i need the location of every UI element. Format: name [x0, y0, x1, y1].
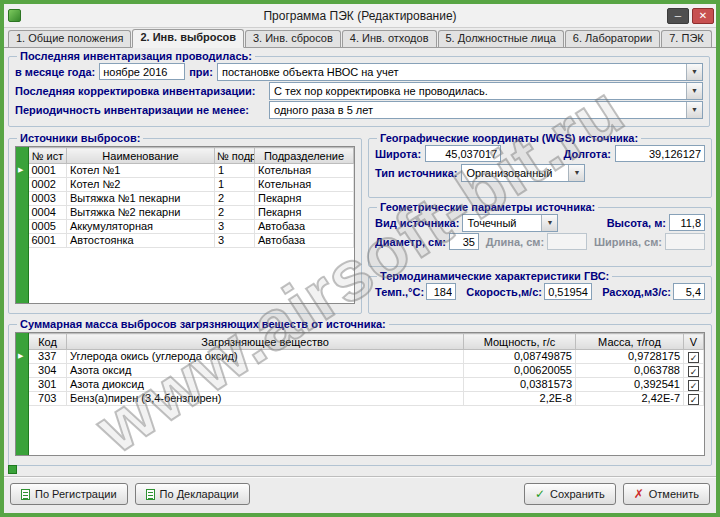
minimize-icon: ─: [675, 11, 681, 21]
cell: 0,063788: [576, 364, 684, 378]
thermo-group-title: Термодинамические характеристики ГВС:: [377, 270, 612, 282]
period-combobox[interactable]: одного раза в 5 лет ▼: [269, 101, 703, 119]
visibility-checkbox[interactable]: ✓: [688, 394, 699, 405]
cell: Автостоянка: [67, 234, 215, 248]
cell: Бенз(а)пирен (3,4-бензпирен): [67, 392, 464, 406]
cell: ✓: [684, 350, 704, 364]
titlebar: Программа ПЭК (Редактирование) ─ ✕: [4, 4, 716, 28]
footer-bar: По Регистрации По Декларации ✓ Сохранить…: [10, 483, 710, 505]
visibility-checkbox[interactable]: ✓: [688, 366, 699, 377]
inventory-group: Последняя инвентаризация проводилась: в …: [8, 50, 710, 127]
emission-row[interactable]: 304Азота оксид0,006200550,063788✓: [29, 364, 704, 378]
cell: 0001: [29, 164, 67, 178]
inventory-row-period: Периодичность инвентаризации не менее: о…: [15, 100, 703, 119]
sources-group-title: Источники выбросов:: [17, 132, 143, 144]
dropdown-arrow-icon[interactable]: ▼: [686, 64, 702, 80]
cell: 1: [215, 164, 255, 178]
column-header: Наименование: [67, 148, 215, 164]
window-controls: ─ ✕: [667, 8, 714, 24]
latitude-input[interactable]: [425, 145, 501, 162]
cell: ✓: [684, 364, 704, 378]
emission-row[interactable]: 301Азота диоксид0,03815730,392541✓: [29, 378, 704, 392]
source-row[interactable]: 0005Аккумуляторная3Автобаза: [29, 220, 354, 234]
emission-row[interactable]: 337Углерода окись (углерода оксид)0,0874…: [29, 350, 704, 364]
geo-row-coords: Широта: Долгота:: [375, 144, 705, 163]
save-label: Сохранить: [550, 488, 605, 500]
cell: Азота оксид: [67, 364, 464, 378]
column-header: Мощность, г/с: [464, 334, 576, 350]
cell: 0,392541: [576, 378, 684, 392]
main-content: Последняя инвентаризация проводилась: в …: [4, 48, 716, 513]
emissions-table: Код Загрязняющее вещество Мощность, г/с …: [28, 333, 704, 406]
source-row[interactable]: 0003Вытяжка №1 пекарни2Пекарня: [29, 192, 354, 206]
dropdown-arrow-icon[interactable]: ▼: [686, 83, 702, 99]
cell: Котел №2: [67, 178, 215, 192]
flow-label: Расход,м3/с:: [602, 286, 671, 298]
dropdown-arrow-icon[interactable]: ▼: [686, 102, 702, 118]
source-row[interactable]: 0001Котел №11Котельная: [29, 164, 354, 178]
cell: Пекарня: [255, 206, 354, 220]
at-combobox[interactable]: постановке объекта НВОС на учет ▼: [217, 63, 703, 81]
minimize-button[interactable]: ─: [667, 8, 689, 24]
longitude-label: Долгота:: [564, 148, 611, 160]
flow-input[interactable]: [673, 283, 705, 300]
correction-combobox[interactable]: С тех пор корректировка не проводилась. …: [269, 82, 703, 100]
emissions-group: Суммарная масса выбросов загрязняющих ве…: [8, 318, 712, 466]
cell: ✓: [684, 392, 704, 406]
month-input[interactable]: [99, 63, 185, 80]
tab-6[interactable]: 6. Лаборатории: [565, 30, 660, 47]
by-registration-button[interactable]: По Регистрации: [10, 483, 128, 505]
dropdown-arrow-icon[interactable]: ▼: [541, 215, 557, 231]
longitude-input[interactable]: [615, 145, 705, 162]
source-row[interactable]: 6001Автостоянка3Автобаза: [29, 234, 354, 248]
tab-7[interactable]: 7. ПЭК: [661, 30, 711, 47]
cell: 0002: [29, 178, 67, 192]
visibility-checkbox[interactable]: ✓: [688, 352, 699, 363]
tab-2[interactable]: 2. Инв. выбросов: [132, 29, 244, 48]
temperature-input[interactable]: [426, 283, 456, 300]
by-registration-label: По Регистрации: [35, 488, 117, 500]
cell: Азота диоксид: [67, 378, 464, 392]
save-check-icon: ✓: [535, 487, 545, 501]
tab-3[interactable]: 3. Инв. сбросов: [245, 30, 341, 47]
source-row[interactable]: 0004Вытяжка №2 пекарни2Пекарня: [29, 206, 354, 220]
cell: ✓: [684, 378, 704, 392]
source-kind-label: Вид источника:: [375, 217, 459, 229]
source-row[interactable]: 0002Котел №21Котельная: [29, 178, 354, 192]
by-declaration-button[interactable]: По Декларации: [135, 483, 250, 505]
cancel-button[interactable]: ✗ Отменить: [623, 483, 710, 505]
cell: 0,00620055: [464, 364, 576, 378]
height-input[interactable]: [669, 214, 705, 231]
source-kind-combobox[interactable]: Точечный ▼: [462, 214, 558, 232]
latitude-label: Широта:: [375, 148, 421, 160]
tab-1[interactable]: 1. Общие положения: [8, 30, 131, 47]
window-title: Программа ПЭК (Редактирование): [4, 9, 716, 23]
cell: Углерода окись (углерода оксид): [67, 350, 464, 364]
source-type-combobox[interactable]: Организованный ▼: [461, 164, 585, 182]
save-button[interactable]: ✓ Сохранить: [524, 483, 616, 505]
dropdown-arrow-icon[interactable]: ▼: [568, 165, 584, 181]
cell: 703: [29, 392, 67, 406]
sources-grid: ▶ № ист Наименование № подр Подразделени…: [15, 146, 355, 304]
period-combobox-value: одного раза в 5 лет: [270, 104, 686, 116]
cell: 3: [215, 220, 255, 234]
emission-row[interactable]: 703Бенз(а)пирен (3,4-бензпирен)2,2E-82,4…: [29, 392, 704, 406]
cell: 2: [215, 206, 255, 220]
cell: Котельная: [255, 164, 354, 178]
period-label: Периодичность инвентаризации не менее:: [15, 104, 265, 116]
cell: 0,9728175: [576, 350, 684, 364]
tab-5[interactable]: 5. Должностные лица: [438, 30, 564, 47]
close-button[interactable]: ✕: [692, 8, 714, 24]
diameter-input[interactable]: [449, 233, 479, 250]
month-label: в месяце года:: [15, 66, 95, 78]
visibility-checkbox[interactable]: ✓: [688, 380, 699, 391]
row-marker-icon: ▶: [18, 352, 23, 360]
speed-input[interactable]: [544, 283, 592, 300]
row-marker-icon: ▶: [18, 166, 23, 174]
column-header: Подразделение: [255, 148, 354, 164]
cell: 0,08749875: [464, 350, 576, 364]
geometry-row-dims: Диаметр, см: Длина, см: Ширина, см:: [375, 232, 705, 251]
inventory-row-correction: Последняя корректировка инвентаризации: …: [15, 81, 703, 100]
tab-4[interactable]: 4. Инв. отходов: [342, 30, 437, 47]
cell: 0,0381573: [464, 378, 576, 392]
